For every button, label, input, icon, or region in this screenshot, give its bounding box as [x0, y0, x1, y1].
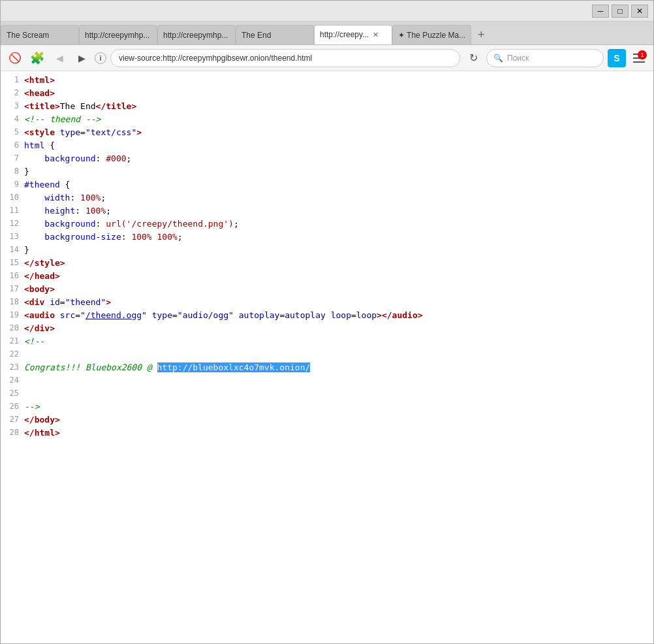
tab-label: http://creepy... [320, 30, 369, 39]
source-line-3: 3 <title>The End</title> [1, 100, 653, 113]
source-view: 1 <html> 2 <head> 3 <title>The End</titl… [1, 71, 653, 643]
source-line-7: 7 background: #000; [1, 152, 653, 165]
search-icon: 🔍 [493, 54, 503, 63]
source-line-15: 15 </style> [1, 257, 653, 270]
title-bar-buttons: ─ □ ✕ [592, 5, 648, 18]
info-icon[interactable]: i [95, 52, 106, 64]
tab-creepy-2[interactable]: http://creepymhp... [157, 25, 236, 44]
forward-button[interactable]: ▶ [72, 49, 91, 67]
tab-creepy-1[interactable]: http://creepymhp... [79, 25, 157, 44]
tab-active-creepy[interactable]: http://creepy... ✕ [314, 25, 392, 44]
tab-the-scream[interactable]: The Scream [1, 25, 79, 44]
refresh-button[interactable]: ↻ [464, 49, 482, 67]
source-line-22: 22 [1, 348, 653, 361]
source-line-5: 5 <style type="text/css"> [1, 126, 653, 139]
nav-bar: 🚫 🧩 ◀ ▶ i view-source:http://creepymhpgi… [1, 45, 653, 71]
source-line-1: 1 <html> [1, 74, 653, 87]
no-symbol-icon: 🚫 [6, 49, 24, 67]
tab-label: http://creepymhp... [163, 31, 228, 40]
menu-button[interactable]: 1 [630, 49, 648, 67]
source-line-8: 8 } [1, 165, 653, 178]
tab-bar: The Scream http://creepymhp... http://cr… [1, 22, 653, 45]
skype-label: S [614, 53, 619, 63]
tab-label: http://creepymhp... [85, 31, 149, 40]
source-line-26: 26 --> [1, 400, 653, 413]
source-line-10: 10 width: 100%; [1, 191, 653, 204]
source-line-19: 19 <audio src="/theend.ogg" type="audio/… [1, 309, 653, 322]
source-line-23: 23 Congrats!!! Bluebox2600 @ http://blue… [1, 361, 653, 374]
menu-line-3 [633, 61, 645, 63]
tab-label: ✦ The Puzzle Ma... [398, 31, 465, 40]
title-bar: ─ □ ✕ [1, 1, 653, 22]
source-line-28: 28 </html> [1, 427, 653, 440]
address-bar[interactable]: view-source:http://creepymhpgibsewr.onio… [110, 49, 460, 67]
browser-window: ─ □ ✕ The Scream http://creepymhp... htt… [0, 0, 654, 644]
back-button[interactable]: ◀ [50, 49, 69, 67]
source-line-18: 18 <div id="theend"> [1, 296, 653, 309]
tab-puzzle[interactable]: ✦ The Puzzle Ma... [392, 25, 471, 44]
source-line-17: 17 <body> [1, 283, 653, 296]
search-bar[interactable]: 🔍 Поиск [486, 49, 604, 67]
source-line-13: 13 background-size: 100% 100%; [1, 231, 653, 244]
tab-the-end[interactable]: The End [236, 25, 314, 44]
new-tab-button[interactable]: + [471, 25, 491, 44]
source-line-11: 11 height: 100%; [1, 204, 653, 217]
source-line-12: 12 background: url('/creepy/theend.png')… [1, 217, 653, 231]
source-line-25: 25 [1, 387, 653, 400]
skype-icon[interactable]: S [608, 49, 626, 67]
source-line-21: 21 <!-- [1, 335, 653, 348]
source-line-9: 9 #theend { [1, 178, 653, 191]
address-text: view-source:http://creepymhpgibsewr.onio… [119, 54, 312, 63]
notification-badge: 1 [638, 50, 647, 59]
source-line-20: 20 </div> [1, 322, 653, 335]
close-button[interactable]: ✕ [631, 5, 648, 18]
source-line-2: 2 <head> [1, 87, 653, 100]
source-line-24: 24 [1, 374, 653, 387]
highlighted-url: http://blueboxlxc4o7mvk.onion/ [157, 362, 311, 372]
extensions-icon[interactable]: 🧩 [28, 49, 46, 67]
source-line-14: 14 } [1, 244, 653, 257]
source-line-6: 6 html { [1, 139, 653, 152]
source-line-27: 27 </body> [1, 413, 653, 427]
tab-close-icon[interactable]: ✕ [373, 31, 379, 39]
source-line-4: 4 <!-- theend --> [1, 113, 653, 126]
search-placeholder: Поиск [507, 54, 529, 63]
maximize-button[interactable]: □ [612, 5, 629, 18]
source-line-16: 16 </head> [1, 270, 653, 283]
tab-label: The End [241, 31, 271, 40]
tab-label: The Scream [7, 31, 49, 40]
minimize-button[interactable]: ─ [592, 5, 609, 18]
